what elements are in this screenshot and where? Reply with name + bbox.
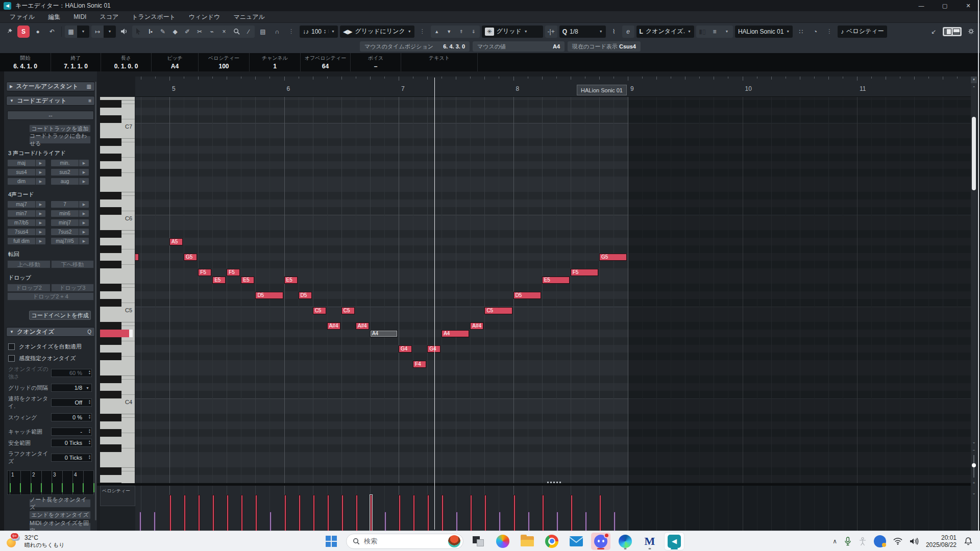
step-input-options-icon[interactable]: ⋮ — [285, 26, 298, 38]
draw-tool[interactable]: ✎ — [157, 26, 169, 38]
velocity-bar[interactable] — [427, 495, 429, 531]
vertical-zoom-knob[interactable] — [972, 463, 976, 467]
midi-note-F5[interactable]: F5 — [571, 269, 598, 276]
chord-play-icon[interactable]: ▶ — [35, 229, 45, 235]
piano-keyboard[interactable]: C4C5C6C7 — [100, 97, 135, 483]
indicate-transpositions-button[interactable]: ▤ — [257, 26, 269, 38]
glue-tool[interactable]: ⌁ — [206, 26, 218, 38]
velocity-bar[interactable] — [341, 495, 344, 531]
wifi-icon[interactable] — [893, 538, 902, 545]
length-link-box[interactable]: ◀▶グリッドにリンク▼ — [340, 26, 414, 38]
input-options-icon[interactable]: ⋮ — [823, 26, 836, 38]
chord-button-maj[interactable]: maj▶ — [7, 159, 46, 167]
create-chord-event-button[interactable]: コードイベントを作成 — [29, 311, 91, 320]
midi-note-F4[interactable]: F4 — [413, 361, 426, 368]
quantize-preset-box[interactable]: Q1/8▼ — [559, 26, 606, 38]
quantize-panel-button[interactable]: e — [622, 26, 634, 38]
midi-input-button[interactable]: ◔ — [809, 26, 821, 38]
info-終了[interactable]: 終了7. 1. 1. 0 — [51, 53, 101, 71]
quantize-button-エンドをクオンタイズ[interactable]: エンドをクオンタイズ — [29, 511, 91, 519]
quantize-preset-value[interactable]: 1/8 — [570, 28, 578, 35]
midi-note-F5[interactable]: F5 — [198, 269, 211, 276]
velocity-bar[interactable] — [198, 495, 200, 531]
black-key[interactable] — [100, 353, 121, 360]
user-app-icon[interactable] — [874, 535, 886, 547]
field-連符をクオンタイ.[interactable]: Off▴▾ — [51, 398, 92, 407]
field-安全範囲[interactable]: 0 Ticks▴▾ — [51, 439, 92, 447]
midi-note-A#4[interactable]: A#4 — [470, 322, 483, 330]
show-part-borders-button[interactable]: ▮▯ — [696, 26, 708, 38]
chord-button-min.[interactable]: min.▶ — [51, 159, 89, 167]
chord-button-sus2[interactable]: sus2▶ — [51, 168, 89, 176]
notification-bell-icon[interactable]: z — [964, 537, 973, 546]
field-グリッドの間隔[interactable]: 1/8▼ — [51, 384, 92, 392]
black-key[interactable] — [100, 100, 121, 108]
event-display-button[interactable]: ▦ — [65, 26, 77, 38]
chord-button-min7[interactable]: min7▶ — [7, 210, 46, 217]
part-list-dropdown[interactable]: ▼ — [721, 26, 733, 38]
black-key[interactable] — [100, 284, 121, 291]
length-options-icon[interactable]: ⋮ — [416, 26, 429, 38]
grid-relative-button[interactable]: -|+ — [545, 26, 557, 38]
move-down-button[interactable]: ▼ — [443, 26, 455, 38]
chord-button-7[interactable]: 7▶ — [51, 201, 89, 208]
info-オフベロシティー[interactable]: オフベロシティー64 — [301, 53, 351, 71]
chord-button-min6[interactable]: min6▶ — [51, 210, 89, 217]
part-selector-value[interactable]: HALion Sonic 01 — [738, 28, 783, 35]
tray-expand-icon[interactable]: ∧ — [832, 538, 837, 545]
setup-toolbar-button[interactable] — [965, 26, 977, 38]
black-key[interactable] — [100, 138, 121, 146]
search-box[interactable]: 検索 — [346, 534, 463, 549]
copilot-button[interactable] — [493, 533, 512, 550]
checkbox-icon[interactable] — [8, 355, 15, 362]
black-key[interactable] — [100, 337, 121, 345]
weather-widget[interactable]: 9+ 32°C 晴れのちくもり — [0, 534, 168, 548]
search-highlight-icon[interactable] — [448, 535, 460, 547]
chord-play-icon[interactable]: ▶ — [79, 201, 89, 208]
microphone-icon[interactable] — [844, 537, 851, 546]
solo-button[interactable]: S — [17, 26, 30, 38]
field-キャッチ範囲[interactable]: -▴▾ — [51, 428, 92, 436]
black-key[interactable] — [100, 169, 121, 177]
drop-ドロップ3[interactable]: ドロップ3 — [51, 284, 94, 292]
trim-tool[interactable]: ✐ — [181, 26, 193, 38]
menu-スコア[interactable]: スコア — [93, 11, 125, 22]
autoscroll-button[interactable]: ↦ — [91, 26, 104, 38]
velocity-bar[interactable] — [413, 495, 415, 531]
erase-tool[interactable]: ◆ — [169, 26, 181, 38]
timeline-ruler[interactable]: 567891011HALion Sonic 01 — [135, 77, 971, 97]
chord-button-maj7/#5[interactable]: maj7/#5▶ — [51, 237, 89, 245]
chord-play-icon[interactable]: ▶ — [79, 238, 89, 244]
chord-button-sus4[interactable]: sus4▶ — [7, 168, 46, 176]
menu-編集[interactable]: 編集 — [41, 11, 67, 22]
info-ベロシティー[interactable]: ベロシティー100 — [199, 53, 250, 71]
chord-button-dim[interactable]: dim▶ — [7, 178, 46, 185]
edit-active-part-button[interactable]: ≡ — [708, 26, 721, 38]
sidebar-scrollbar[interactable] — [95, 82, 96, 520]
midi-note-E5[interactable]: E5 — [284, 277, 298, 284]
black-key[interactable] — [100, 245, 121, 253]
field-ラフクオンタイズ[interactable]: 0 Ticks▴▾ — [51, 454, 92, 462]
info-テキスト[interactable]: テキスト — [401, 53, 478, 71]
scroll-edge-icon[interactable]: ⌄ — [971, 491, 977, 495]
retrospective-record-button[interactable]: ↶ — [46, 26, 58, 38]
velocity-bar[interactable] — [571, 495, 573, 531]
lane-divider-grip[interactable] — [547, 482, 561, 483]
left-zone-button[interactable] — [944, 29, 951, 35]
zoom-out-icon[interactable]: − — [971, 448, 977, 453]
chord-play-icon[interactable]: ▶ — [35, 219, 45, 226]
menu-トランスポート[interactable]: トランスポート — [125, 11, 182, 22]
midi-note-G4[interactable]: G4 — [427, 345, 440, 353]
menu-MIDI[interactable]: MIDI — [67, 11, 93, 22]
midi-note-D5[interactable]: D5 — [255, 292, 283, 299]
midi-note-G5[interactable]: G5 — [184, 254, 197, 261]
iterative-quantize-checkbox[interactable]: 感度指定クオンタイズ — [8, 355, 94, 362]
midi-note-E5[interactable]: E5 — [241, 277, 254, 284]
black-key[interactable] — [100, 261, 121, 268]
insert-velocity-spinner[interactable]: ▴▾ — [324, 29, 326, 34]
chord-play-icon[interactable]: ▶ — [79, 178, 89, 185]
midi-note-G5[interactable]: G5 — [599, 254, 627, 261]
velocity-bar[interactable] — [255, 495, 257, 531]
insert-velocity-box[interactable]: ↓♪100▴▾▼ — [300, 26, 338, 38]
midi-note-D5[interactable]: D5 — [299, 292, 312, 299]
